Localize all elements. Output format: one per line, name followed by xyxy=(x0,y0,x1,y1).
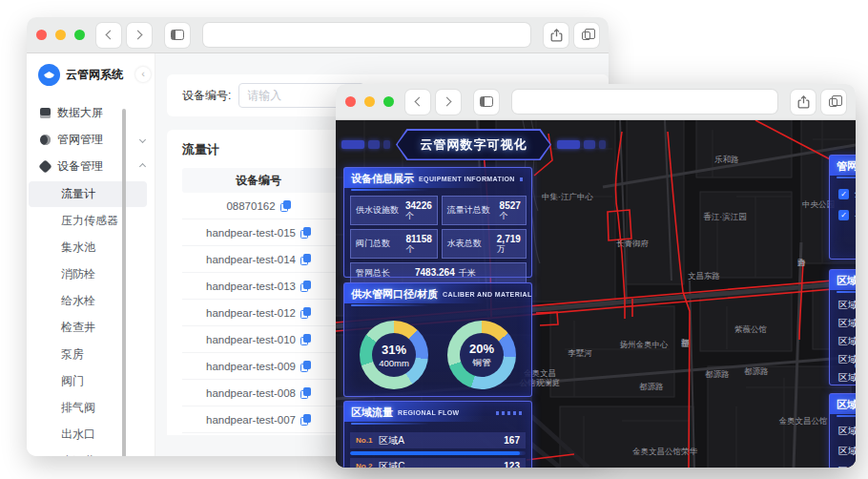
back-button[interactable] xyxy=(96,23,121,48)
zoom-window-button[interactable] xyxy=(74,30,85,40)
layer-option[interactable]: ✓导入 xyxy=(830,202,856,223)
menu-label: 管网管理 xyxy=(57,132,103,148)
sidebar-icon xyxy=(480,96,493,107)
app-title: 云管网系统 xyxy=(66,67,123,83)
flow-progress-bar xyxy=(350,451,526,455)
donut-center: 20%铜管 xyxy=(460,333,504,377)
checkbox-checked-icon[interactable]: ✓ xyxy=(838,210,849,220)
share-button[interactable] xyxy=(791,90,816,115)
panel-subtitle: EQUIPMENT INFORMATION xyxy=(419,176,515,182)
region-name: 区域D xyxy=(838,353,856,366)
sidebar-subitem[interactable]: 水源井 xyxy=(29,448,147,456)
tabs-overview-button[interactable] xyxy=(821,90,846,115)
close-window-button[interactable] xyxy=(345,96,356,107)
stat-unit: 个 xyxy=(500,211,508,220)
zoom-window-button[interactable] xyxy=(383,96,394,107)
region-legend-item[interactable]: 区域C xyxy=(830,332,856,350)
donut-charts: 31%400mm20%铜管 xyxy=(344,309,531,389)
stat-label: 流量计总数 xyxy=(447,205,497,216)
sidebar-subitem[interactable]: 流量计 xyxy=(29,181,147,207)
copy-icon[interactable] xyxy=(300,387,311,399)
copy-icon[interactable] xyxy=(300,254,311,265)
chevron-down-icon xyxy=(139,135,146,142)
map-label: 扬州金奥中心 xyxy=(620,340,670,349)
sidebar-subitem[interactable]: 泵房 xyxy=(29,342,147,367)
url-bar[interactable] xyxy=(512,90,777,114)
region-speed-item[interactable]: 区域C xyxy=(830,440,856,460)
copy-icon[interactable] xyxy=(300,227,311,239)
sidebar-collapse-button[interactable]: ‹ xyxy=(135,67,151,82)
chevron-up-icon xyxy=(139,162,146,169)
close-window-button[interactable] xyxy=(36,30,47,40)
region-legend-item[interactable]: 区域E xyxy=(830,368,856,386)
data-screen-icon xyxy=(40,108,51,118)
stat-value-group: 7483.264千米 xyxy=(415,267,476,279)
region-legend-item[interactable]: 区域B xyxy=(830,314,856,332)
stat-label: 水表总数 xyxy=(447,239,497,249)
back-button[interactable] xyxy=(405,90,430,115)
pipe-network-icon xyxy=(40,135,51,145)
stat-value: 8527 xyxy=(500,200,521,212)
copy-icon[interactable] xyxy=(300,361,311,372)
stat-unit: 万 xyxy=(497,244,506,254)
device-id-cell: handpear-test-010 xyxy=(182,334,335,345)
minimize-window-button[interactable] xyxy=(55,30,66,40)
stat-label: 管网总长 xyxy=(356,268,405,279)
copy-icon[interactable] xyxy=(300,307,311,319)
stat-cell: 管网总长7483.264千米 xyxy=(350,262,527,283)
axis-label: 0 xyxy=(855,362,856,370)
region-speed-panel: 区域流速 区域B区域C区域D区域E xyxy=(829,393,856,468)
sidebar-menu: 数据大屏 管网管理 设备管理 流量计压力传感器集水池消防栓给水栓检查井泵房阀门排… xyxy=(27,99,155,456)
checkbox-checked-icon[interactable]: ✓ xyxy=(838,189,849,199)
region-name: 区域C xyxy=(838,335,856,348)
sidebar-subitem[interactable]: 阀门 xyxy=(29,368,147,394)
sidebar-subitem[interactable]: 排气阀 xyxy=(29,395,147,421)
header-decor-left xyxy=(341,140,390,149)
app-logo-icon xyxy=(38,64,60,86)
region-name: 区域E xyxy=(838,371,856,385)
sidebar-subitem[interactable]: 集水池 xyxy=(29,235,147,260)
sidebar-scrollbar[interactable] xyxy=(122,109,126,456)
flow-region-name: 区域C xyxy=(379,460,504,469)
region-speed-item[interactable]: 区域B xyxy=(830,420,856,440)
copy-icon[interactable] xyxy=(300,281,311,292)
sidebar: 云管网系统 ‹ 数据大屏 管网管理 设备管理 xyxy=(27,53,155,456)
stat-cell: 流量计总数8527个 xyxy=(442,196,527,225)
copy-icon[interactable] xyxy=(300,414,311,426)
url-bar[interactable] xyxy=(203,23,530,47)
menu-label: 设备管理 xyxy=(57,158,103,175)
sidebar-item-device-management[interactable]: 设备管理 xyxy=(27,153,155,179)
sidebar-subitem[interactable]: 出水口 xyxy=(29,422,147,448)
region-speed-item[interactable]: 区域D xyxy=(830,460,856,468)
sidebar-toggle-button[interactable] xyxy=(474,90,499,115)
sidebar-toggle-button[interactable] xyxy=(165,23,190,48)
sidebar-icon xyxy=(171,30,184,40)
copy-icon[interactable] xyxy=(280,200,291,212)
map-label: 文昌东路 xyxy=(688,271,720,281)
layer-option[interactable]: ✓全选 xyxy=(830,181,856,202)
stat-unit: 个 xyxy=(405,211,414,220)
sidebar-subitem[interactable]: 检查井 xyxy=(29,315,147,341)
chevron-right-icon xyxy=(443,97,452,107)
panel-title: 区域流量 xyxy=(351,406,393,420)
stat-cell: 供水设施数34226个 xyxy=(350,196,438,225)
forward-button[interactable] xyxy=(127,23,152,48)
sidebar-subitem[interactable]: 压力传感器 xyxy=(29,208,147,234)
map-label: 金奥文昌公馆荣华 xyxy=(632,447,698,456)
sidebar-subitem[interactable]: 给水栓 xyxy=(29,288,147,314)
sidebar-item-data-screen[interactable]: 数据大屏 xyxy=(27,99,155,126)
sidebar-item-pipe-management[interactable]: 管网管理 xyxy=(27,126,155,153)
sidebar-subitem[interactable]: 消防栓 xyxy=(29,261,147,287)
copy-icon[interactable] xyxy=(300,334,311,345)
device-id-cell: handpear-test-015 xyxy=(182,227,335,239)
stat-value-group: 2,719万 xyxy=(497,234,521,255)
flow-row: No.2区域C123 xyxy=(350,458,526,468)
flow-region-name: 区域A xyxy=(379,434,504,448)
region-legend-item[interactable]: 区域D xyxy=(830,350,856,368)
minimize-window-button[interactable] xyxy=(364,96,375,107)
region-legend-item[interactable]: 区域A xyxy=(830,296,856,314)
forward-button[interactable] xyxy=(436,90,461,115)
share-button[interactable] xyxy=(544,23,568,48)
tabs-overview-button[interactable] xyxy=(574,23,599,48)
desktop: 云管网系统 ‹ 数据大屏 管网管理 设备管理 xyxy=(0,0,868,479)
